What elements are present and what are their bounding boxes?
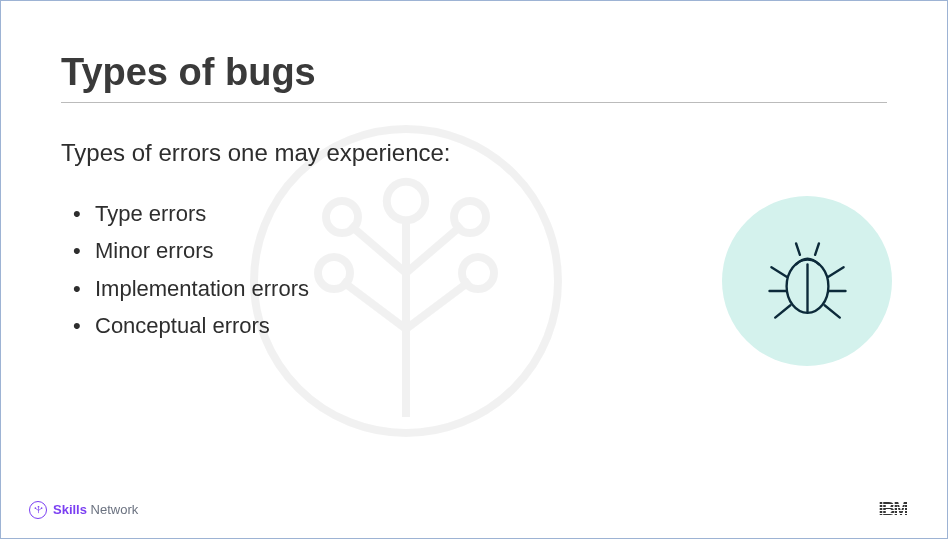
title-underline xyxy=(61,102,887,103)
svg-line-15 xyxy=(771,267,786,277)
svg-line-23 xyxy=(38,509,41,511)
skills-network-logo-icon xyxy=(29,501,47,519)
bug-icon xyxy=(760,234,855,329)
bug-badge xyxy=(722,196,892,366)
slide: Types of bugs Types of errors one may ex… xyxy=(1,1,947,538)
svg-line-22 xyxy=(35,509,38,511)
slide-title: Types of bugs xyxy=(61,51,887,94)
skills-network-text: Skills Network xyxy=(53,502,138,517)
svg-line-19 xyxy=(775,305,790,317)
ibm-logo: IBM xyxy=(879,499,908,520)
svg-line-13 xyxy=(796,243,800,254)
svg-line-20 xyxy=(824,305,839,317)
footer: Skills Network IBM xyxy=(1,499,947,520)
svg-point-25 xyxy=(34,507,36,509)
skills-bold: Skills xyxy=(53,502,87,517)
svg-point-24 xyxy=(37,506,39,508)
svg-line-16 xyxy=(828,267,843,277)
svg-line-14 xyxy=(815,243,819,254)
skills-regular: Network xyxy=(87,502,138,517)
skills-network-brand: Skills Network xyxy=(29,501,138,519)
slide-subtitle: Types of errors one may experience: xyxy=(61,139,887,167)
svg-point-26 xyxy=(40,507,42,509)
